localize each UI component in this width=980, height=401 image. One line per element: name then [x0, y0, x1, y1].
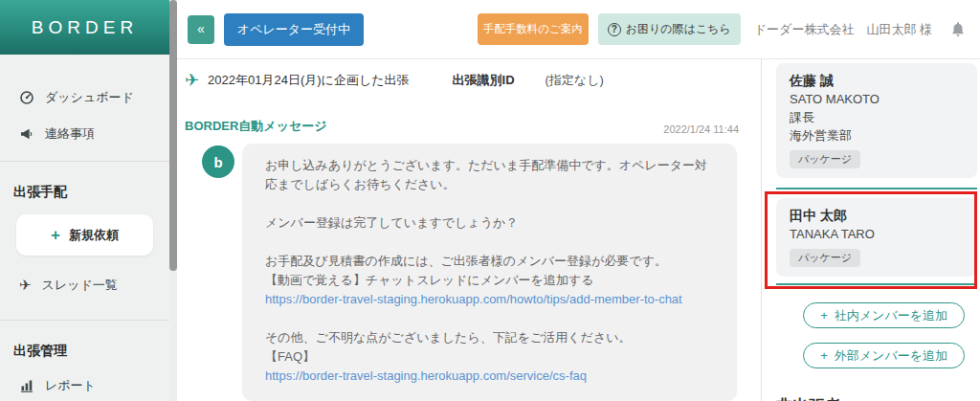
plane-icon: ✈ — [19, 277, 32, 294]
traveler-divider — [776, 188, 977, 189]
trip-header: ✈ 2022年01月24日(月)に企画した出張 出張識別ID (指定なし) — [185, 67, 761, 94]
package-badge: パッケージ — [790, 249, 860, 267]
sidebar-item-report[interactable]: レポート — [0, 368, 177, 401]
message-bubble: お申し込みありがとうございます。ただいま手配準備中です。オペレーター対応までしば… — [242, 144, 737, 401]
app-logo: BORDER — [0, 0, 169, 55]
new-request-button[interactable]: + 新規依頼 — [16, 214, 153, 256]
message-row: b お申し込みありがとうございます。ただいま手配準備中です。オペレーター対応まで… — [185, 144, 761, 401]
app-window: BORDER ダッシュボード 連絡事項 出張手配 + — [0, 0, 980, 401]
user-name: 山田太郎 様 — [866, 21, 932, 38]
sidebar-item-label: スレッド一覧 — [42, 277, 118, 294]
sidebar-item-notices[interactable]: 連絡事項 — [0, 116, 177, 152]
bar-chart-icon — [19, 378, 34, 393]
message-paragraph: お手配及び見積書の作成には、ご出張者様のメンバー登録が必要です。 【動画で覚える… — [265, 252, 714, 309]
content-row: ✈ 2022年01月24日(月)に企画した出張 出張識別ID (指定なし) BO… — [177, 59, 980, 401]
account-info: ドーダー株式会社 山田太郎 様 — [754, 21, 932, 38]
megaphone-icon — [19, 126, 34, 142]
traveler-divider — [776, 283, 977, 285]
sidebar-nav: ダッシュボード 連絡事項 出張手配 + 新規依頼 ✈ スレッド一覧 出張管理 — [0, 55, 177, 401]
add-member-buttons: + 社内メンバーを追加 + 外部メンバーを追加 — [776, 302, 977, 368]
add-internal-member-button[interactable]: + 社内メンバーを追加 — [803, 302, 965, 328]
message-sender: BORDER自動メッセージ — [185, 118, 327, 135]
add-external-member-label: 外部メンバーを追加 — [835, 347, 947, 365]
operator-status-button[interactable]: オペレーター受付中 — [224, 13, 364, 46]
trip-id-label: 出張識別ID — [453, 72, 515, 89]
fee-guide-button[interactable]: 手配手数料のご案内 — [478, 13, 589, 45]
help-button[interactable]: ? お困りの際はこちら — [598, 13, 741, 45]
traveler-name: 田中 太郎 — [790, 207, 964, 225]
plane-icon: ✈ — [185, 70, 199, 91]
add-internal-member-label: 社内メンバーを追加 — [835, 307, 947, 324]
sidebar-divider — [0, 320, 177, 321]
bot-avatar: b — [202, 145, 234, 178]
message-timestamp: 2022/1/24 11:44 — [663, 123, 739, 135]
sidebar-item-thread-list[interactable]: ✈ スレッド一覧 — [0, 267, 177, 303]
sidebar: BORDER ダッシュボード 連絡事項 出張手配 + — [0, 0, 177, 401]
message-paragraph: お申し込みありがとうございます。ただいま手配準備中です。オペレーター対応までしば… — [265, 156, 714, 194]
dashboard-icon — [19, 90, 34, 105]
trip-title: 2022年01月24日(月)に企画した出張 — [208, 72, 409, 89]
message-line: その他、ご不明な点がございましたら、下記をご活用ください。 — [265, 328, 714, 347]
sidebar-scrollbar-track[interactable] — [169, 0, 177, 401]
message-line: お申し込みありがとうございます。ただいま手配準備中です。オペレーター対応までしば… — [265, 156, 714, 194]
traveler-title: 課長 — [790, 108, 964, 126]
message-line: 【動画で覚える】チャットスレッドにメンバーを追加する — [265, 271, 714, 290]
sidebar-item-label: 連絡事項 — [45, 125, 95, 143]
traveler-name: 佐藤 誠 — [790, 72, 964, 90]
non-traveler-heading: 非出張者 — [776, 395, 977, 401]
message-paragraph: メンバー登録は完了していますでしょうか？ — [265, 213, 714, 233]
help-button-label: お困りの際はこちら — [626, 21, 731, 37]
faq-link[interactable]: https://border-travel-staging.herokuapp.… — [265, 367, 714, 386]
message-line: 【FAQ】 — [265, 347, 714, 367]
traveler-department: 海外営業部 — [790, 126, 964, 145]
sidebar-item-label: ダッシュボード — [45, 89, 134, 106]
traveler-card[interactable]: 佐藤 誠 SATO MAKOTO 課長 海外営業部 パッケージ — [776, 63, 977, 178]
sidebar-section-arrange: 出張手配 — [0, 170, 177, 209]
company-name: ドーダー株式会社 — [754, 21, 855, 38]
notifications-bell-button[interactable] — [949, 21, 967, 38]
sidebar-divider — [0, 161, 177, 162]
package-badge: パッケージ — [790, 150, 860, 168]
plus-icon: + — [820, 308, 828, 323]
traveler-romaji: TANAKA TARO — [790, 225, 964, 243]
message-paragraph: その他、ご不明な点がございましたら、下記をご活用ください。 【FAQ】 http… — [265, 328, 714, 386]
sidebar-item-dashboard[interactable]: ダッシュボード — [0, 79, 177, 116]
traveler-romaji: SATO MAKOTO — [790, 90, 964, 108]
thread-area: ✈ 2022年01月24日(月)に企画した出張 出張識別ID (指定なし) BO… — [177, 59, 761, 401]
traveler-card[interactable]: 田中 太郎 TANAKA TARO パッケージ — [776, 198, 977, 277]
plus-icon: + — [51, 227, 60, 243]
members-panel: 佐藤 誠 SATO MAKOTO 課長 海外営業部 パッケージ 田中 太郎 TA… — [761, 59, 980, 401]
add-member-howto-link[interactable]: https://border-travel-staging.herokuapp.… — [265, 290, 714, 309]
sidebar-section-manage: 出張管理 — [0, 329, 177, 368]
bell-icon — [949, 21, 967, 38]
new-request-label: 新規依頼 — [69, 227, 119, 244]
add-external-member-button[interactable]: + 外部メンバーを追加 — [803, 343, 965, 368]
message-header: BORDER自動メッセージ 2022/1/24 11:44 — [185, 118, 739, 135]
highlighted-traveler-section: 田中 太郎 TANAKA TARO パッケージ — [776, 198, 977, 285]
trip-id-value: (指定なし) — [546, 72, 604, 89]
sidebar-scrollbar-thumb[interactable] — [169, 0, 177, 271]
message-line: お手配及び見積書の作成には、ご出張者様のメンバー登録が必要です。 — [265, 252, 714, 271]
question-icon: ? — [608, 23, 621, 36]
collapse-sidebar-button[interactable]: « — [188, 15, 214, 44]
plus-icon: + — [820, 348, 828, 363]
sidebar-item-label: レポート — [45, 377, 96, 394]
topbar: « オペレーター受付中 手配手数料のご案内 ? お困りの際はこちら ドーダー株式… — [177, 0, 980, 59]
main-area: « オペレーター受付中 手配手数料のご案内 ? お困りの際はこちら ドーダー株式… — [177, 0, 980, 401]
message-line: メンバー登録は完了していますでしょうか？ — [265, 213, 714, 233]
